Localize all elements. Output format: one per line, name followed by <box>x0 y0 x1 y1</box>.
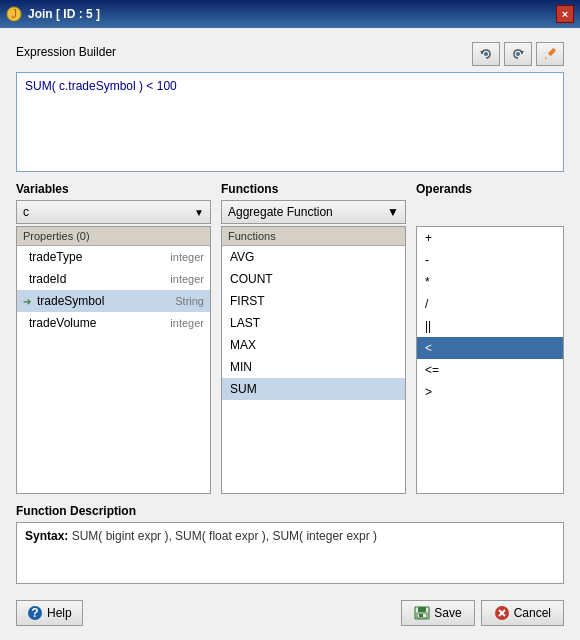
property-row-tradevolume[interactable]: tradeVolume integer <box>17 312 210 334</box>
dialog-body: Expression Builder <box>0 28 580 640</box>
functions-dropdown-value: Aggregate Function <box>228 205 333 219</box>
properties-header: Properties (0) <box>17 227 210 246</box>
cancel-button[interactable]: Cancel <box>481 600 564 626</box>
prop-type-tradeid: integer <box>170 273 204 285</box>
function-description-box: Syntax: SUM( bigint expr ), SUM( float e… <box>16 522 564 584</box>
svg-marker-2 <box>480 51 484 54</box>
columns-section: Variables c ▼ Properties (0) tradeType i… <box>16 182 564 494</box>
functions-dropdown[interactable]: Aggregate Function ▼ <box>221 200 406 224</box>
svg-marker-4 <box>520 51 524 54</box>
syntax-text: SUM( bigint expr ), SUM( float expr ), S… <box>72 529 377 543</box>
variables-dropdown-value: c <box>23 205 29 219</box>
cancel-label: Cancel <box>514 606 551 620</box>
operand-multiply[interactable]: * <box>417 271 563 293</box>
save-button[interactable]: Save <box>401 600 474 626</box>
svg-text:J: J <box>11 7 17 21</box>
variables-column: Variables c ▼ Properties (0) tradeType i… <box>16 182 211 494</box>
prop-type-tradetype: integer <box>170 251 204 263</box>
svg-rect-13 <box>419 614 423 617</box>
functions-label: Functions <box>221 182 406 196</box>
variables-dropdown-arrow: ▼ <box>194 207 204 218</box>
bottom-bar: ? Help Save Cancel <box>16 594 564 626</box>
help-icon: ? <box>27 605 43 621</box>
operands-list: + - * / || < <= > <box>416 226 564 494</box>
undo-icon <box>478 46 494 62</box>
operands-column: Operands + - * / || < <= > <box>416 182 564 494</box>
svg-text:?: ? <box>31 606 38 620</box>
expression-input[interactable]: SUM( c.tradeSymbol ) < 100 <box>16 72 564 172</box>
operand-plus[interactable]: + <box>417 227 563 249</box>
func-item-max[interactable]: MAX <box>222 334 405 356</box>
func-item-avg[interactable]: AVG <box>222 246 405 268</box>
property-row-tradeid[interactable]: tradeId integer <box>17 268 210 290</box>
function-description-label: Function Description <box>16 504 564 518</box>
operands-label: Operands <box>416 182 564 196</box>
action-buttons: Save Cancel <box>401 600 564 626</box>
help-button[interactable]: ? Help <box>16 600 83 626</box>
app-icon: J <box>6 6 22 22</box>
properties-box: Properties (0) tradeType integer tradeId… <box>16 226 211 494</box>
functions-dropdown-arrow: ▼ <box>387 205 399 219</box>
save-icon <box>414 606 430 620</box>
func-item-min[interactable]: MIN <box>222 356 405 378</box>
syntax-label: Syntax: <box>25 529 68 543</box>
svg-point-5 <box>516 52 520 56</box>
prop-name-tradeid: tradeId <box>29 272 164 286</box>
operand-gt[interactable]: > <box>417 381 563 403</box>
svg-point-3 <box>484 52 488 56</box>
close-button[interactable]: × <box>556 5 574 23</box>
title-bar: J Join [ ID : 5 ] × <box>0 0 580 28</box>
operand-lt[interactable]: < <box>417 337 563 359</box>
redo-icon <box>510 46 526 62</box>
cancel-icon <box>494 605 510 621</box>
operand-lte[interactable]: <= <box>417 359 563 381</box>
functions-column: Functions Aggregate Function ▼ Functions… <box>221 182 406 494</box>
variables-label: Variables <box>16 182 211 196</box>
undo-button[interactable] <box>472 42 500 66</box>
svg-rect-11 <box>418 607 426 612</box>
variables-dropdown[interactable]: c ▼ <box>16 200 211 224</box>
expression-builder-label: Expression Builder <box>16 45 116 59</box>
save-label: Save <box>434 606 461 620</box>
help-label: Help <box>47 606 72 620</box>
property-row-tradesymbol[interactable]: ➔ tradeSymbol String <box>17 290 210 312</box>
prop-name-tradetype: tradeType <box>29 250 164 264</box>
prop-name-tradevolume: tradeVolume <box>29 316 164 330</box>
prop-type-tradevolume: integer <box>170 317 204 329</box>
svg-rect-6 <box>548 48 556 56</box>
expression-builder-section: Expression Builder <box>16 42 564 172</box>
property-row-tradetype[interactable]: tradeType integer <box>17 246 210 268</box>
prop-type-tradesymbol: String <box>175 295 204 307</box>
dialog-title: Join [ ID : 5 ] <box>28 7 100 21</box>
func-item-sum[interactable]: SUM <box>222 378 405 400</box>
svg-marker-7 <box>545 57 547 59</box>
func-item-first[interactable]: FIRST <box>222 290 405 312</box>
prop-name-tradesymbol: tradeSymbol <box>37 294 169 308</box>
func-item-last[interactable]: LAST <box>222 312 405 334</box>
function-description-section: Function Description Syntax: SUM( bigint… <box>16 504 564 584</box>
functions-list-header: Functions <box>222 227 405 246</box>
operand-concat[interactable]: || <box>417 315 563 337</box>
edit-button[interactable] <box>536 42 564 66</box>
operand-divide[interactable]: / <box>417 293 563 315</box>
redo-button[interactable] <box>504 42 532 66</box>
functions-list: Functions AVG COUNT FIRST LAST MAX MIN S… <box>221 226 406 494</box>
pencil-icon <box>542 46 558 62</box>
operand-minus[interactable]: - <box>417 249 563 271</box>
func-item-count[interactable]: COUNT <box>222 268 405 290</box>
